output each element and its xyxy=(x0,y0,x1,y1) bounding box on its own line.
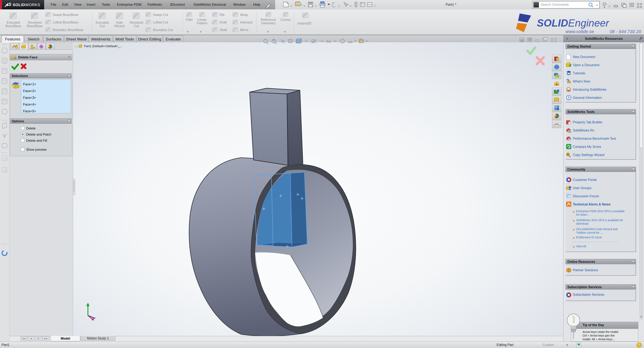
svg-text:Rx: Rx xyxy=(568,130,571,133)
svg-text:SOLIDEngineer: SOLIDEngineer xyxy=(537,17,610,29)
svg-text:08 - 544 730 20: 08 - 544 730 20 xyxy=(610,29,641,34)
svg-text:www.solide.se: www.solide.se xyxy=(566,29,594,34)
svg-text:Aα: Aα xyxy=(326,39,331,43)
